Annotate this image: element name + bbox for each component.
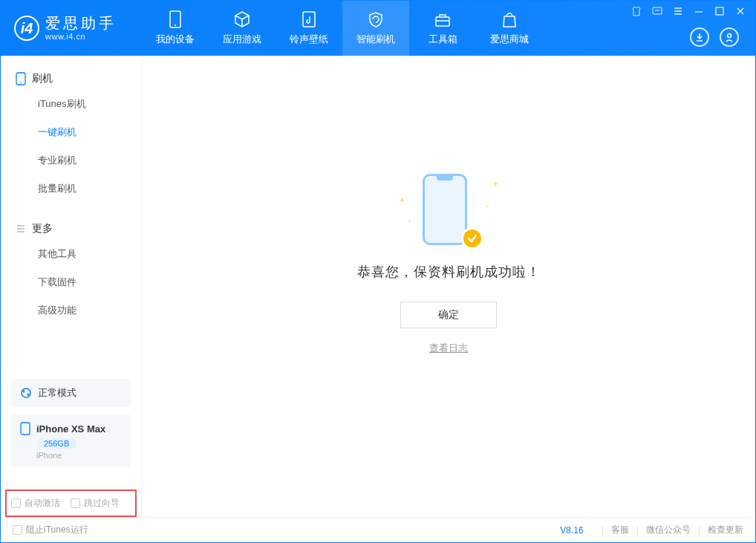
phone-notch <box>437 176 453 181</box>
version-label: V8.16 <box>560 525 583 536</box>
view-log-link[interactable]: 查看日志 <box>429 342 468 355</box>
more-icon <box>16 224 26 234</box>
checkbox-block-itunes[interactable]: 阻止iTunes运行 <box>13 524 88 536</box>
success-illustration: ✦ ✦ ✦ ✦ <box>415 174 482 248</box>
svg-point-8 <box>20 82 22 83</box>
music-file-icon <box>300 10 318 28</box>
main-content: ✦ ✦ ✦ ✦ 恭喜您，保资料刷机成功啦！ 确定 查看日志 <box>142 56 755 517</box>
device-name: iPhone XS Max <box>36 423 105 435</box>
app-subtitle: www.i4.cn <box>45 32 117 41</box>
sidebar-section-flash: 刷机 <box>1 63 141 90</box>
sparkle-icon: ✦ <box>486 204 489 209</box>
body-area: 刷机 iTunes刷机 一键刷机 专业刷机 批量刷机 更多 其他工具 下载固件 … <box>1 56 755 517</box>
logo-area: i4 爱思助手 www.i4.cn <box>1 1 142 56</box>
svg-point-6 <box>728 34 731 38</box>
tab-label: 铃声壁纸 <box>290 33 328 46</box>
phone-icon <box>16 72 26 85</box>
checkbox-skip-guide[interactable]: 跳过向导 <box>71 497 120 510</box>
mode-icon <box>20 387 32 399</box>
maximize-icon[interactable] <box>714 5 726 17</box>
tab-label: 我的设备 <box>156 33 195 46</box>
sidebar-item-other-tools[interactable]: 其他工具 <box>1 240 141 268</box>
footer-link-support[interactable]: 客服 <box>611 524 629 536</box>
svg-rect-5 <box>716 7 723 15</box>
device-panel[interactable]: iPhone XS Max 256GB iPhone <box>11 414 131 467</box>
svg-point-11 <box>27 394 30 396</box>
svg-rect-12 <box>21 423 30 435</box>
section-title: 更多 <box>32 222 53 235</box>
checkbox-icon <box>13 525 22 535</box>
tab-apps-games[interactable]: 应用游戏 <box>209 1 276 56</box>
app-window: i4 爱思助手 www.i4.cn 我的设备 应用游戏 铃声壁纸 智能刷机 <box>0 0 756 543</box>
tab-label: 智能刷机 <box>356 33 395 46</box>
success-message: 恭喜您，保资料刷机成功啦！ <box>357 263 541 281</box>
svg-rect-2 <box>303 12 315 27</box>
svg-point-10 <box>23 391 25 393</box>
checkbox-label: 跳过向导 <box>84 497 120 510</box>
checkbox-auto-activate[interactable]: 自动激活 <box>11 497 60 510</box>
tab-my-device[interactable]: 我的设备 <box>142 1 209 56</box>
svg-rect-3 <box>436 17 449 26</box>
window-controls <box>630 1 755 17</box>
device-name-row: iPhone XS Max <box>20 422 122 435</box>
cube-icon <box>233 10 251 28</box>
nav-tabs: 我的设备 应用游戏 铃声壁纸 智能刷机 工具箱 爱思商城 <box>142 1 543 56</box>
sidebar: 刷机 iTunes刷机 一键刷机 专业刷机 批量刷机 更多 其他工具 下载固件 … <box>1 56 142 517</box>
sidebar-item-pro-flash[interactable]: 专业刷机 <box>1 146 141 175</box>
close-icon[interactable] <box>734 5 746 17</box>
checkbox-label: 自动激活 <box>25 497 60 510</box>
tab-label: 爱思商城 <box>490 33 529 46</box>
tab-store[interactable]: 爱思商城 <box>476 1 543 56</box>
account-icons <box>690 20 755 47</box>
checkbox-label: 阻止iTunes运行 <box>26 524 88 536</box>
footer-right: V8.16 | 客服 | 微信公众号 | 检查更新 <box>560 524 743 536</box>
tab-toolbox[interactable]: 工具箱 <box>409 1 476 56</box>
titlebar-right <box>630 1 755 56</box>
device-icon <box>166 10 184 28</box>
svg-point-9 <box>22 388 30 397</box>
download-icon[interactable] <box>690 27 709 47</box>
sidebar-item-batch-flash[interactable]: 批量刷机 <box>1 175 141 203</box>
refresh-shield-icon <box>367 10 385 28</box>
bag-icon <box>501 10 518 28</box>
sidebar-item-download-firmware[interactable]: 下载固件 <box>1 268 141 296</box>
checkbox-icon <box>71 498 80 508</box>
sparkle-icon: ✦ <box>408 218 411 224</box>
checkbox-icon <box>11 498 21 508</box>
titlebar: i4 爱思助手 www.i4.cn 我的设备 应用游戏 铃声壁纸 智能刷机 <box>1 1 755 56</box>
sidebar-section-more: 更多 <box>1 213 141 240</box>
footer-link-wechat[interactable]: 微信公众号 <box>646 524 691 536</box>
tab-smart-flash[interactable]: 智能刷机 <box>342 1 409 56</box>
tab-label: 应用游戏 <box>223 33 261 46</box>
ok-button[interactable]: 确定 <box>400 302 497 328</box>
svg-point-1 <box>175 25 176 26</box>
phone-icon <box>423 174 467 245</box>
sidebar-item-itunes-flash[interactable]: iTunes刷机 <box>1 90 141 118</box>
sparkle-icon: ✦ <box>492 180 498 188</box>
sparkle-icon: ✦ <box>399 196 405 204</box>
feedback-icon[interactable] <box>651 5 663 17</box>
minimize-icon[interactable] <box>693 5 705 17</box>
footer: 阻止iTunes运行 V8.16 | 客服 | 微信公众号 | 检查更新 <box>1 517 755 542</box>
sidebar-item-oneclick-flash[interactable]: 一键刷机 <box>1 118 141 146</box>
tab-label: 工具箱 <box>428 33 457 46</box>
logo-text: 爱思助手 www.i4.cn <box>45 16 117 41</box>
device-phone-icon <box>20 422 30 435</box>
highlighted-options: 自动激活 跳过向导 <box>5 490 137 517</box>
sidebar-item-advanced[interactable]: 高级功能 <box>1 296 141 325</box>
shirt-icon[interactable] <box>630 5 642 17</box>
user-icon[interactable] <box>720 27 739 47</box>
section-title: 刷机 <box>32 72 53 85</box>
menu-icon[interactable] <box>672 5 684 17</box>
tab-ringtone-wallpaper[interactable]: 铃声壁纸 <box>276 1 342 56</box>
app-title: 爱思助手 <box>45 16 117 30</box>
storage-badge: 256GB <box>36 438 76 449</box>
check-badge-icon <box>461 227 483 250</box>
mode-label: 正常模式 <box>38 386 76 400</box>
toolbox-icon <box>434 10 452 28</box>
mode-panel[interactable]: 正常模式 <box>11 379 131 407</box>
app-logo-icon: i4 <box>14 16 39 41</box>
footer-link-update[interactable]: 检查更新 <box>708 524 743 536</box>
device-type: iPhone <box>36 451 122 460</box>
